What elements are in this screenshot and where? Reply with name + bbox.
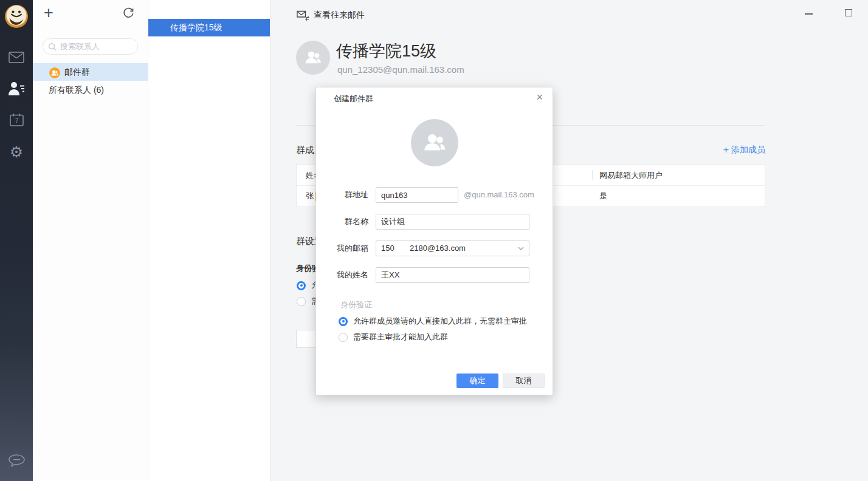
- group-address-input[interactable]: [376, 187, 458, 203]
- group-list-panel: 传播学院15级: [148, 0, 270, 481]
- radio-selected-icon: [339, 317, 348, 326]
- search-contacts-box: [43, 38, 138, 55]
- my-name-input[interactable]: [376, 267, 529, 283]
- group-email: qun_12305@qun.mail.163.com: [337, 64, 464, 75]
- chevron-down-icon: [518, 247, 524, 250]
- svg-text:7: 7: [15, 118, 18, 125]
- group-address-label: 群地址: [337, 187, 368, 203]
- group-name-row: 群名称: [316, 214, 554, 230]
- my-email-row: 我的邮箱 150 2180@163.com: [316, 241, 554, 256]
- column-divider: [592, 170, 593, 180]
- dialog-title: 创建邮件群: [334, 94, 373, 104]
- contacts-nav-icon[interactable]: [0, 80, 33, 98]
- cancel-button[interactable]: 取消: [503, 374, 545, 388]
- add-member-button[interactable]: + 添加成员: [723, 145, 765, 155]
- group-avatar: [296, 41, 330, 75]
- dialog-close-icon[interactable]: ×: [532, 90, 546, 105]
- contacts-panel: + 邮件群 所有联系人 (6): [33, 0, 148, 481]
- mail-groups-label: 邮件群: [64, 63, 90, 81]
- group-address-row: 群地址 @qun.mail.163.com: [316, 187, 554, 203]
- window-controls: ×: [801, 0, 868, 24]
- settings-nav-icon[interactable]: ⚙: [0, 143, 33, 160]
- add-member-label: 添加成员: [731, 145, 765, 155]
- sidebar-item-all-contacts[interactable]: 所有联系人 (6): [33, 81, 148, 99]
- my-email-value: 150 2180@163.com: [381, 241, 466, 256]
- group-list-item-selected[interactable]: 传播学院15级: [148, 19, 270, 36]
- all-contacts-label: 所有联系人 (6): [49, 81, 104, 99]
- my-email-label: 我的邮箱: [337, 241, 368, 256]
- group-address-suffix: @qun.mail.163.com: [464, 187, 534, 203]
- dialog-identity-label: 身份验证: [340, 299, 372, 310]
- radio-unselected-icon: [339, 333, 348, 342]
- add-contact-button[interactable]: +: [44, 2, 53, 23]
- minimize-button[interactable]: [801, 0, 819, 21]
- plus-icon: +: [723, 145, 729, 155]
- my-name-label: 我的姓名: [337, 267, 368, 283]
- feedback-chat-icon[interactable]: [0, 454, 33, 469]
- mail-exchange-icon: [297, 10, 309, 21]
- radio-selected-icon: [297, 281, 306, 290]
- group-name-input[interactable]: [376, 214, 529, 230]
- ok-button[interactable]: 确定: [456, 374, 498, 388]
- refresh-button[interactable]: [122, 7, 134, 21]
- group-name-label: 群名称: [337, 214, 368, 230]
- sidebar-item-mail-groups[interactable]: 邮件群: [33, 63, 148, 81]
- radio-allow-invite[interactable]: 允许群成员邀请的人直接加入此群，无需群主审批: [339, 316, 527, 327]
- search-icon: [48, 43, 57, 51]
- app-logo-icon[interactable]: [4, 4, 29, 29]
- app-window: { "window_controls": { "close": "×" }, "…: [0, 0, 868, 481]
- calendar-nav-icon[interactable]: 7: [0, 113, 33, 129]
- option2-label: 需要群主审批才能加入此群: [353, 332, 448, 343]
- app-rail: 7 ⚙: [0, 0, 33, 481]
- new-group-avatar: [411, 119, 458, 166]
- view-mail-action[interactable]: 查看往来邮件: [297, 10, 365, 21]
- radio-unselected-icon: [297, 297, 306, 306]
- create-mail-group-dialog: 创建邮件群 × 群地址 @qun.mail.163.com 群名称 我的邮箱 1…: [315, 87, 553, 395]
- col-master-user: 网易邮箱大师用户: [599, 165, 663, 186]
- view-mail-label: 查看往来邮件: [314, 10, 365, 21]
- radio-require-approval[interactable]: 需要群主审批才能加入此群: [339, 332, 448, 343]
- option1-label: 允许群成员邀请的人直接加入此群，无需群主审批: [353, 316, 527, 327]
- group-title: 传播学院15级: [336, 40, 436, 62]
- my-name-row: 我的姓名: [316, 267, 554, 283]
- member-master-user: 是: [599, 186, 607, 206]
- member-name: 张: [306, 186, 314, 206]
- close-window-button[interactable]: ×: [840, 0, 858, 21]
- search-input[interactable]: [60, 42, 130, 51]
- maximize-button[interactable]: [821, 0, 839, 21]
- minimize-icon: [805, 13, 813, 15]
- mail-nav-icon[interactable]: [0, 52, 33, 66]
- my-email-select[interactable]: 150 2180@163.com: [376, 241, 529, 256]
